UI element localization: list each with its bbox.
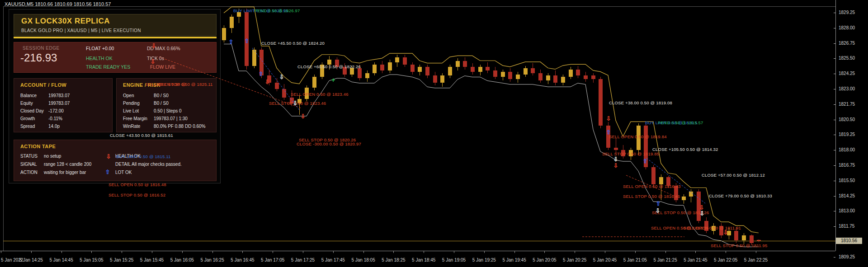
sell-arrow-icon: ⇩ (301, 113, 306, 119)
trade-annotation: CLOSE +57.00 0.50 @ 1812.12 (702, 173, 765, 178)
sell-arrow-icon: ⇩ (293, 100, 298, 106)
trade-annotation: SELL STOP 0.50 @ 1819.85 (602, 151, 659, 156)
trade-annotation: SELL STOP 0.50 @ 1811.95 (711, 243, 768, 248)
sell-arrow-icon: ⇩ (265, 79, 270, 85)
trade-annotation: SELL STOP 0.50 @ 1816.46 (623, 194, 680, 199)
chart-window: XAUUSD,M5 1810.66 1810.69 1810.56 1810.5… (0, 0, 868, 267)
buy-arrow-icon: ⇧ (259, 71, 264, 77)
trade-annotation: SELL OPEN 0.50 @ 1811.91 (684, 225, 741, 230)
trade-annotation: SELL OPEN 0.50 @ 1816.43 (623, 184, 681, 189)
trade-annotation: CLOSE +79.00 0.50 @ 1810.33 (709, 193, 772, 198)
trade-annotation: CLOSE -300.00 0.50 @ 1820.97 (297, 141, 361, 146)
buy-arrow-icon: ⇧ (606, 129, 611, 135)
buy-arrow-icon: ⇧ (229, 39, 234, 45)
sell-arrow-icon: ⇩ (106, 154, 111, 159)
sell-arrow-icon: ⇩ (151, 43, 156, 49)
trade-annotation: SELL STOP 0.50 @ 1825.11 (156, 82, 213, 87)
trade-annotation: SELL OPEN 0.50 @ 1819.84 (609, 134, 667, 139)
sell-arrow-icon: ⇩ (279, 74, 284, 80)
sell-arrow-icon: ⇩ (723, 230, 728, 235)
trade-annotation: SELL STOP 0.50 @ 1816.52 (108, 192, 165, 197)
trade-annotation: CLOSE +43.50 0.50 @ 1815.61 (110, 133, 173, 138)
trade-annotation: PEND 0.50 @ 1815.57 (658, 120, 703, 125)
trade-annotation: CLOSE +38.00 0.50 @ 1819.08 (609, 100, 672, 105)
sell-arrow-icon: ⇩ (606, 116, 611, 122)
chart-title-ohlc: XAUUSD,M5 1810.66 1810.69 1810.56 1810.5… (5, 1, 111, 7)
trade-annotation: CLOSE +45.50 0.50 @ 1824.20 (261, 41, 325, 46)
sell-arrow-icon: ⇩ (151, 59, 156, 65)
trade-annotation: PEND 0.50 @ 1826.97 (255, 8, 300, 13)
buy-arrow-icon: ⇧ (656, 201, 661, 206)
buy-arrow-icon: ⇧ (643, 158, 648, 164)
trade-annotation: CLOSE +105.50 0.50 @ 1814.32 (652, 147, 718, 152)
buy-arrow-icon: ⇧ (245, 38, 250, 44)
trade-annotation: SELL OPEN 0.50 @ 1823.46 (291, 92, 349, 97)
trade-annotation: BUY LIMIT 0.50 @ 1815.11 (116, 154, 171, 159)
sell-arrow-icon: ⇩ (613, 163, 618, 169)
sell-arrow-icon: ⇩ (613, 156, 618, 162)
buy-arrow-icon: ⇧ (105, 169, 110, 175)
trade-annotation: CLOSE +60.50 0.50 @ 1822.26 (297, 64, 361, 69)
close-cross-icon: + (331, 77, 335, 83)
sell-arrow-icon: ⇩ (656, 208, 660, 214)
sell-arrow-icon: ⇩ (700, 211, 705, 216)
